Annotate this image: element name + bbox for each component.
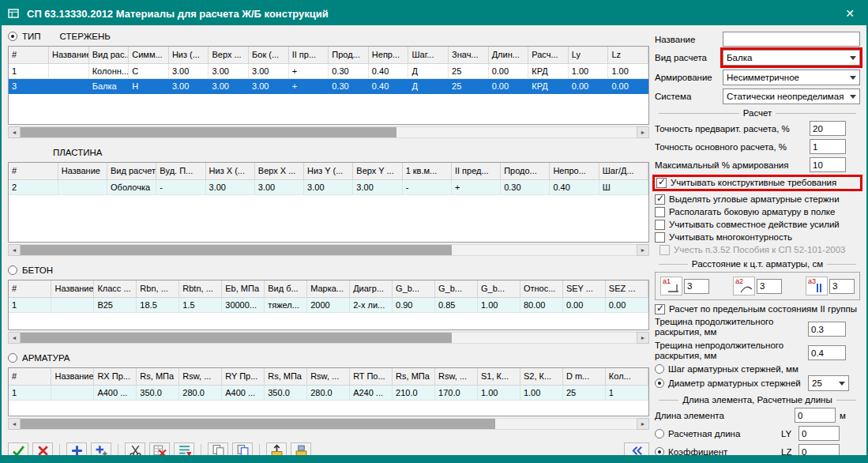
- column-header[interactable]: Диагр...: [350, 280, 393, 297]
- column-header[interactable]: Низ X (...: [205, 163, 254, 179]
- checkbox-icon[interactable]: [655, 304, 665, 314]
- table-cell[interactable]: 1: [9, 297, 51, 312]
- column-header[interactable]: Верх X ...: [254, 163, 303, 179]
- column-header[interactable]: Rs, МПа: [265, 368, 307, 385]
- column-header[interactable]: Относ...: [520, 280, 562, 297]
- bar-diameter-dropdown[interactable]: 25: [808, 375, 849, 391]
- table-cell[interactable]: 3.00: [205, 179, 254, 194]
- table-row[interactable]: 3БалкаН3.003.003.00+0.300.40Д250.00КРД0.…: [9, 78, 648, 93]
- column-header[interactable]: Непро...: [550, 163, 599, 179]
- checkbox-limit-state-2[interactable]: Расчет по предельным состояниям II групп…: [655, 304, 860, 314]
- column-header[interactable]: Продо...: [501, 163, 550, 179]
- table-cell[interactable]: 18.5: [137, 297, 179, 312]
- armatura-scrollbar[interactable]: ◄ ►: [8, 418, 649, 430]
- table-cell[interactable]: 0.00: [568, 78, 608, 93]
- table-cell[interactable]: 170.0: [435, 385, 478, 400]
- table-cell[interactable]: 3: [9, 78, 49, 93]
- beton-radio[interactable]: [8, 265, 17, 275]
- scroll-right-icon[interactable]: ►: [637, 418, 649, 430]
- calc-type-dropdown[interactable]: Балка: [723, 50, 860, 66]
- scroll-thumb[interactable]: [21, 245, 452, 255]
- table-cell[interactable]: [51, 297, 94, 312]
- table-cell[interactable]: 0.00: [488, 63, 528, 78]
- table-cell[interactable]: 25: [449, 63, 489, 78]
- table-cell[interactable]: 80.00: [520, 297, 562, 312]
- column-header[interactable]: Название: [51, 280, 94, 297]
- column-header[interactable]: Марка...: [307, 280, 350, 297]
- tip-radio[interactable]: [8, 32, 17, 41]
- table-cell[interactable]: С: [129, 63, 169, 78]
- checkbox-icon[interactable]: [655, 207, 665, 217]
- column-header[interactable]: RT По...: [350, 368, 393, 385]
- table-cell[interactable]: 0.00: [605, 297, 648, 312]
- scroll-left-icon[interactable]: ◄: [8, 418, 21, 430]
- table-cell[interactable]: 210.0: [393, 385, 435, 400]
- table-cell[interactable]: 3.00: [254, 179, 303, 194]
- table-cell[interactable]: 0.85: [435, 297, 478, 312]
- column-header[interactable]: G_b...: [435, 280, 478, 297]
- table-cell[interactable]: Оболочка: [107, 179, 156, 194]
- table-cell[interactable]: 1.00: [568, 63, 608, 78]
- table-cell[interactable]: 3.00: [249, 78, 289, 93]
- scroll-track[interactable]: [21, 244, 637, 256]
- column-header[interactable]: Знач...: [449, 47, 489, 63]
- table-cell[interactable]: Балка: [88, 78, 129, 93]
- column-header[interactable]: Симм...: [129, 47, 169, 63]
- column-header[interactable]: Rsw, ...: [307, 368, 350, 385]
- table-cell[interactable]: +: [288, 78, 329, 93]
- scroll-thumb[interactable]: [21, 333, 452, 343]
- column-header[interactable]: G_b...: [477, 280, 520, 297]
- close-icon[interactable]: ✕: [840, 7, 860, 20]
- table-cell[interactable]: 0.30: [329, 63, 369, 78]
- column-header[interactable]: Шаг...: [408, 47, 449, 63]
- column-header[interactable]: Низ Y (...: [304, 163, 353, 179]
- short-crack-input[interactable]: [808, 345, 846, 360]
- table-cell[interactable]: [49, 63, 89, 78]
- table-cell[interactable]: Н: [129, 78, 169, 93]
- a3-input[interactable]: [829, 279, 855, 294]
- scroll-left-icon[interactable]: ◄: [8, 126, 21, 138]
- table-cell[interactable]: [58, 179, 107, 194]
- column-header[interactable]: Название: [49, 47, 89, 63]
- scroll-right-icon[interactable]: ►: [637, 332, 649, 344]
- column-header[interactable]: Lz: [608, 47, 648, 63]
- ly-input[interactable]: [798, 426, 840, 441]
- table-cell[interactable]: 1: [605, 385, 648, 400]
- table-cell[interactable]: 3.00: [304, 179, 353, 194]
- bar-spacing-radio[interactable]: [655, 364, 664, 374]
- scroll-thumb[interactable]: [21, 419, 495, 429]
- table-cell[interactable]: 1.5: [179, 297, 222, 312]
- bar-diameter-radio[interactable]: [655, 378, 664, 388]
- checkbox-multicontour[interactable]: Учитывать многоконтурность: [655, 232, 860, 243]
- sterzhen-scrollbar[interactable]: ◄ ►: [8, 126, 649, 138]
- column-header[interactable]: D m...: [562, 368, 605, 385]
- checkbox-side-reinforcement[interactable]: Располагать боковую арматуру в полке: [655, 207, 860, 217]
- long-crack-input[interactable]: [808, 322, 846, 337]
- system-dropdown[interactable]: Статически неопределимая: [723, 88, 860, 104]
- column-header[interactable]: Кол...: [605, 368, 648, 385]
- table-cell[interactable]: КРД: [528, 63, 569, 78]
- table-cell[interactable]: -: [402, 179, 451, 194]
- column-header[interactable]: #: [9, 163, 58, 179]
- table-cell[interactable]: 350.0: [137, 385, 179, 400]
- table-cell[interactable]: 1.00: [477, 297, 520, 312]
- column-header[interactable]: RY Пр...: [222, 368, 265, 385]
- prelim-precision-input[interactable]: [810, 121, 846, 136]
- column-header[interactable]: #: [9, 368, 51, 385]
- table-cell[interactable]: Колонн...: [88, 63, 129, 78]
- column-header[interactable]: Прод...: [329, 47, 369, 63]
- table-cell[interactable]: 1: [9, 385, 51, 400]
- table-row[interactable]: 1B2518.51.530000...тяжел...20002-х ли...…: [9, 297, 648, 312]
- max-reinforcement-input[interactable]: [810, 157, 846, 172]
- column-header[interactable]: Название: [58, 163, 107, 179]
- table-row[interactable]: 2Оболочка-3.003.003.003.00-+0.300.40Ш: [9, 179, 648, 194]
- column-header[interactable]: 1 кв.м...: [402, 163, 451, 179]
- table-cell[interactable]: 1.00: [520, 385, 562, 400]
- table-cell[interactable]: 3.00: [168, 63, 209, 78]
- table-cell[interactable]: [49, 78, 89, 93]
- a1-input[interactable]: [684, 279, 709, 294]
- table-cell[interactable]: 3.00: [209, 78, 249, 93]
- column-header[interactable]: Расч...: [528, 47, 569, 63]
- column-header[interactable]: Eb, МПа: [222, 280, 265, 297]
- table-row[interactable]: 1A400 ...350.0280.0A400 ...350.0280.0A24…: [9, 385, 648, 400]
